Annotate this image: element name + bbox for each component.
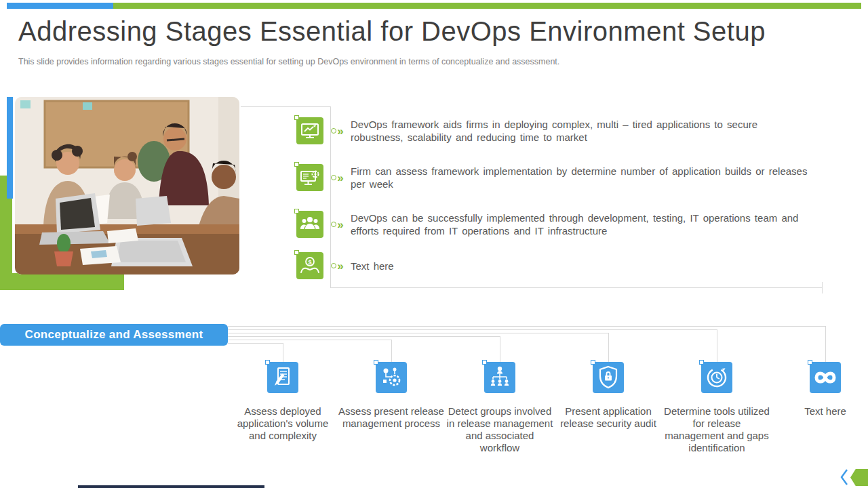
process-gear-icon (376, 362, 407, 393)
shield-lock-icon (593, 362, 624, 393)
bullet-row: » Firm can assess framework implementati… (296, 164, 839, 191)
bullet-row: » DevOps can be successfully implemented… (296, 211, 839, 238)
bottom-accent-bar (78, 485, 264, 488)
connector-end-tick (822, 282, 823, 293)
bullet-row: $ » Text here (296, 252, 839, 279)
blue-vertical-bar (7, 97, 13, 199)
team-icon (296, 211, 323, 238)
connector-stage-3-drop (500, 336, 500, 362)
connector-list-bottom (330, 287, 823, 288)
green-horizontal-bar (0, 273, 124, 290)
top-bar-green (113, 3, 861, 9)
connector-stage-5 (228, 329, 717, 330)
arrow-marker-icon: » (323, 219, 351, 230)
org-chart-icon (484, 362, 515, 393)
bullet-text: Text here (351, 260, 812, 272)
connector-stage-6-drop (825, 326, 826, 362)
stage-caption: Detect groups involved in release manage… (446, 405, 554, 454)
connector-stage-2 (228, 340, 391, 340)
page-subtitle: This slide provides information regardin… (18, 57, 696, 66)
arrow-marker-icon: » (323, 125, 351, 137)
stage-caption: Assess deployed application's volume and… (229, 405, 337, 442)
conceptualize-assessment-banner[interactable]: Conceptualize and Assessment (0, 324, 228, 346)
monitor-gear-icon (296, 164, 323, 191)
connector-stage-4 (228, 333, 608, 333)
connector-stage-2-drop (391, 340, 392, 362)
svg-text:$: $ (308, 259, 311, 266)
connector-photo-to-list (241, 106, 330, 107)
connector-stage-5-drop (717, 329, 717, 362)
green-arrow-tag (850, 469, 868, 486)
banner-label: Conceptualize and Assessment (25, 328, 203, 342)
bullet-text: DevOps framework aids firms in deploying… (351, 118, 812, 144)
timer-icon (701, 362, 732, 393)
page-title: Addressing Stages Essential for DevOps E… (18, 16, 846, 47)
team-photo-illustration (15, 97, 239, 274)
top-bar-blue (7, 3, 113, 9)
connector-stage-1 (228, 343, 283, 344)
monitor-chart-icon (296, 117, 323, 144)
stage-caption: Determine tools utilized for release man… (663, 405, 771, 454)
bullet-text: DevOps can be successfully implemented t… (351, 211, 812, 237)
connector-stage-1-drop (283, 343, 283, 362)
connector-stage-6 (228, 326, 825, 327)
arrow-marker-icon: » (323, 260, 351, 272)
bullet-text: Firm can assess framework implementation… (351, 165, 812, 190)
stage-caption: Present application release security aud… (554, 405, 663, 430)
devops-infinity-icon (810, 362, 841, 393)
document-pencil-icon (267, 362, 298, 393)
bullet-row: » DevOps framework aids firms in deployi… (296, 117, 839, 144)
chevron-left-icon (840, 468, 849, 486)
stage-caption: Text here (771, 405, 868, 418)
arrow-marker-icon: » (323, 172, 351, 184)
connector-stage-4-drop (608, 333, 609, 362)
hands-dollar-icon: $ (296, 252, 323, 279)
connector-stage-3 (228, 336, 500, 337)
slide: Addressing Stages Essential for DevOps E… (0, 0, 868, 488)
stage-caption: Assess present release management proces… (337, 405, 446, 430)
